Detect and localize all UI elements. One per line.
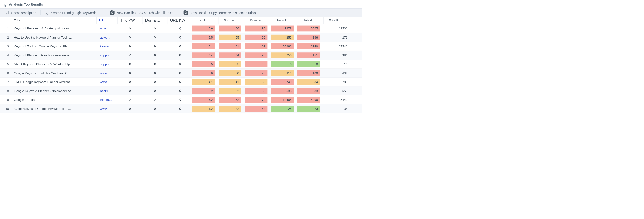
col-page-auth[interactable]: Page A… (218, 17, 245, 24)
row-index: 10 (0, 104, 11, 113)
backlink-spy-selected-label: New Backlink-Spy search with selected ur… (190, 11, 256, 14)
show-description-button[interactable]: Show description (2, 9, 40, 17)
kw-cell: ✓ (118, 51, 143, 60)
url-cell[interactable]: adwor… (97, 33, 118, 42)
kw-cell: ✕ (118, 69, 143, 78)
kw-cell: ✕ (142, 78, 168, 86)
total-cell: 655 (324, 86, 351, 95)
camera-icon (184, 11, 188, 15)
metric-cell: 55 (218, 60, 245, 69)
google-g-icon: g (4, 2, 6, 6)
url-cell[interactable]: suppo… (97, 60, 118, 69)
table-row[interactable]: 108 Alternatives to Google Keyword Tool … (0, 104, 362, 113)
total-cell: 781 (324, 78, 351, 86)
metric-cell: 8 (297, 60, 324, 69)
col-domain-kw[interactable]: Domai… (142, 17, 168, 24)
kw-cell: ✕ (142, 33, 168, 42)
table-row[interactable]: 6Google Keyword Tool: Try Our Free, Op…w… (0, 69, 362, 78)
row-index: 4 (0, 51, 11, 60)
total-cell: 15443 (324, 96, 351, 104)
metric-cell: 12406 (271, 96, 297, 104)
url-cell[interactable]: www.… (97, 78, 118, 86)
metric-cell: 41 (218, 78, 245, 86)
title-cell: 8 Alternatives to Google Keyword Tool … (11, 104, 96, 113)
url-cell[interactable]: backli… (97, 86, 118, 95)
metric-cell: 23 (297, 104, 324, 113)
col-mozrank[interactable]: mozR… (192, 17, 218, 24)
kw-cell: ✕ (142, 86, 168, 95)
table-row[interactable]: 3Keyword Tool: #1 Google Keyword Plan…ke… (0, 42, 362, 51)
table-row[interactable]: 7FREE Google Keyword Planner Alternati…w… (0, 78, 362, 86)
metric-cell: 255 (271, 33, 297, 42)
metric-cell: 5.5 (192, 33, 218, 42)
row-index: 3 (0, 42, 11, 51)
metric-cell: 53988 (271, 42, 297, 51)
url-cell[interactable]: www.… (97, 104, 118, 113)
table-row[interactable]: 2How to Use the Keyword Planner Tool -…a… (0, 33, 362, 42)
kw-cell: ✕ (142, 51, 168, 60)
kw-cell: ✕ (168, 86, 192, 95)
int-cell (351, 42, 362, 51)
kw-cell: ✕ (168, 78, 192, 86)
metric-cell: 95 (245, 60, 271, 69)
toolbar: Show description g Search Broad google k… (0, 8, 362, 17)
title-cell: Keyword Research & Strategy with Key… (11, 24, 96, 33)
col-title[interactable]: Title (11, 17, 96, 24)
col-total[interactable]: Total B… (324, 17, 351, 24)
panel-title: g Analysis Top Results (0, 0, 362, 8)
int-cell (351, 78, 362, 86)
title-cell: Keyword Tool: #1 Google Keyword Plan… (11, 42, 96, 51)
url-cell[interactable]: suppo… (97, 51, 118, 60)
table-row[interactable]: 1Keyword Research & Strategy with Key…ad… (0, 24, 362, 33)
int-cell (351, 24, 362, 33)
row-index: 7 (0, 78, 11, 86)
int-cell (351, 104, 362, 113)
metric-cell: 66 (245, 86, 271, 95)
search-broad-button[interactable]: g Search Broad google keywords (41, 9, 100, 17)
url-cell[interactable]: keywo… (97, 42, 118, 51)
table-row[interactable]: 8Google Keyword Planner - No-Nonsense…ba… (0, 86, 362, 95)
url-cell[interactable]: adwor… (97, 24, 118, 33)
kw-cell: ✕ (118, 78, 143, 86)
total-cell: 438 (324, 69, 351, 78)
kw-cell: ✕ (118, 86, 143, 95)
table-row[interactable]: 5About Keyword Planner - AdWords Help…su… (0, 60, 362, 69)
table-row[interactable]: 4Keyword Planner: Search for new keyw…su… (0, 51, 362, 60)
col-domain-auth[interactable]: Domain… (245, 17, 271, 24)
title-cell: About Keyword Planner - AdWords Help… (11, 60, 96, 69)
kw-cell: ✕ (168, 69, 192, 78)
col-url-kw[interactable]: URL KW (168, 17, 192, 24)
metric-cell: 66 (218, 24, 245, 33)
google-g-icon: g (45, 11, 49, 15)
row-index: 5 (0, 60, 11, 69)
metric-cell: 151 (297, 51, 324, 60)
col-url[interactable]: URL (97, 17, 118, 24)
total-cell: 10 (324, 60, 351, 69)
title-cell: Google Keyword Planner - No-Nonsense… (11, 86, 96, 95)
col-int[interactable]: Int (351, 17, 362, 24)
col-linked[interactable]: Linked … (297, 17, 324, 24)
table-row[interactable]: 9Google Trendstrends…✕✕✕6.26273124065390… (0, 96, 362, 104)
col-title-kw[interactable]: Title KW (118, 17, 143, 24)
metric-cell: 383 (297, 86, 324, 95)
col-index[interactable] (0, 17, 11, 24)
url-cell[interactable]: www.… (97, 69, 118, 78)
kw-cell: ✕ (118, 60, 143, 69)
kw-cell: ✕ (142, 24, 168, 33)
total-cell: 279 (324, 33, 351, 42)
int-cell (351, 51, 362, 60)
title-cell: How to Use the Keyword Planner Tool -… (11, 33, 96, 42)
url-cell[interactable]: trends… (97, 96, 118, 104)
backlink-spy-all-button[interactable]: New Backlink-Spy search with all urls's (106, 9, 177, 17)
toolbar-separator (40, 10, 41, 15)
kw-cell: ✕ (168, 51, 192, 60)
title-cell: Google Trends (11, 96, 96, 104)
backlink-spy-selected-button[interactable]: New Backlink-Spy search with selected ur… (180, 9, 259, 17)
kw-cell: ✕ (168, 42, 192, 51)
col-juice[interactable]: Juice B… (271, 17, 297, 24)
kw-cell: ✕ (118, 96, 143, 104)
int-cell (351, 33, 362, 42)
int-cell (351, 86, 362, 95)
metric-cell: 26 (271, 104, 297, 113)
row-index: 2 (0, 33, 11, 42)
